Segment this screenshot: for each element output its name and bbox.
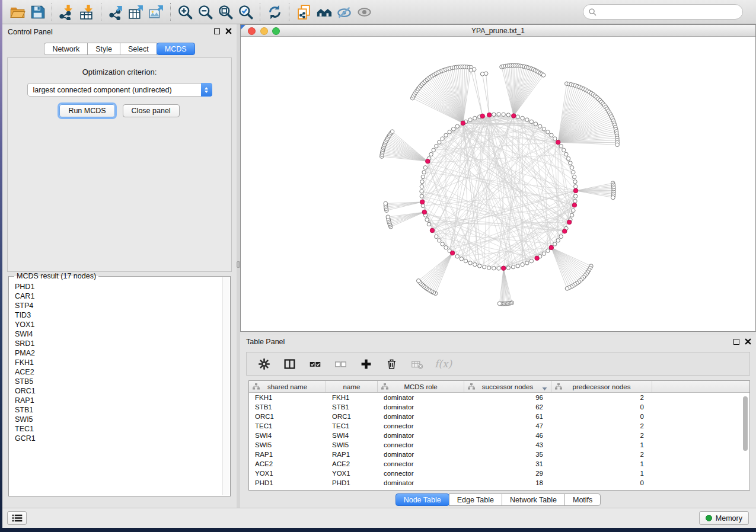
- main-toolbar: [2, 0, 756, 24]
- delete-column-button[interactable]: [384, 356, 399, 371]
- mcds-result-item[interactable]: STP4: [15, 301, 222, 310]
- delete-table-button[interactable]: [409, 356, 425, 371]
- tab-select[interactable]: Select: [120, 43, 157, 55]
- network-canvas[interactable]: [241, 37, 755, 331]
- tab-mcds[interactable]: MCDS: [157, 43, 195, 55]
- save-button[interactable]: [27, 2, 47, 21]
- open-file-button[interactable]: [7, 2, 27, 21]
- table-row[interactable]: STB1STB1dominator620: [249, 402, 749, 412]
- mcds-result-item[interactable]: TID3: [15, 310, 222, 320]
- export-table-button[interactable]: [126, 2, 146, 21]
- tab-node-table[interactable]: Node Table: [395, 493, 449, 506]
- table-panel: Table Panel: [240, 335, 756, 508]
- table-scrollbar[interactable]: [743, 394, 748, 488]
- show-columns-button[interactable]: [282, 356, 297, 371]
- table-scrollbar-thumb[interactable]: [743, 396, 748, 451]
- tab-edge-table[interactable]: Edge Table: [449, 493, 502, 506]
- mcds-result-item[interactable]: SRD1: [15, 339, 222, 348]
- mcds-result-item[interactable]: PHD1: [15, 282, 222, 291]
- copy-style-button[interactable]: [294, 2, 314, 21]
- toolbar-separator: [101, 3, 101, 21]
- table-row[interactable]: YOX1YOX1connector291: [249, 469, 749, 478]
- table-row[interactable]: ORC1ORC1dominator610: [249, 412, 749, 421]
- zoom-selected-icon: [238, 4, 254, 20]
- float-panel-icon[interactable]: [214, 28, 220, 34]
- hide-elements-button[interactable]: [334, 2, 354, 21]
- export-image-button[interactable]: [146, 2, 166, 21]
- select-all-button[interactable]: [307, 356, 323, 371]
- mcds-result-item[interactable]: SWI5: [15, 415, 222, 424]
- search-input[interactable]: [599, 8, 737, 16]
- network-window-titlebar[interactable]: YPA_prune.txt_1: [241, 25, 755, 37]
- float-panel-icon[interactable]: [733, 339, 739, 345]
- show-elements-button[interactable]: [354, 2, 374, 21]
- tree-icon: [253, 383, 260, 391]
- mcds-result-item[interactable]: ORC1: [15, 386, 222, 396]
- function-builder-button[interactable]: f(x): [435, 358, 452, 370]
- mcds-result-item[interactable]: FKH1: [15, 358, 222, 367]
- mcds-result-item[interactable]: SWI4: [15, 329, 222, 339]
- run-mcds-button[interactable]: Run MCDS: [59, 104, 114, 117]
- zoom-fit-button[interactable]: [215, 2, 235, 21]
- tab-style[interactable]: Style: [87, 43, 120, 55]
- column-header-filler: [652, 381, 749, 392]
- cell: dominator: [378, 478, 464, 488]
- criterion-select[interactable]: largest connected component (undirected): [27, 83, 212, 97]
- zoom-selected-button[interactable]: [235, 2, 256, 21]
- close-panel-icon[interactable]: [745, 338, 751, 345]
- close-panel-icon[interactable]: [225, 28, 232, 34]
- tab-network-table[interactable]: Network Table: [502, 493, 565, 506]
- cell: SWI5: [249, 440, 326, 450]
- cell: 62: [464, 402, 551, 412]
- tab-motifs[interactable]: Motifs: [564, 493, 601, 506]
- column-header-name[interactable]: name: [326, 381, 378, 392]
- table-row[interactable]: ACE2ACE2connector311: [249, 459, 749, 469]
- mcds-result-item[interactable]: STB1: [15, 405, 222, 415]
- deselect-all-button[interactable]: [333, 356, 348, 371]
- zoom-out-button[interactable]: [195, 2, 215, 21]
- home-view-button[interactable]: [314, 2, 334, 21]
- table-row[interactable]: PHD1PHD1dominator180: [249, 478, 749, 488]
- search-field[interactable]: [583, 4, 743, 20]
- mcds-list-scrollbar[interactable]: [222, 277, 229, 495]
- column-header-successor-nodes[interactable]: successor nodes: [464, 381, 551, 392]
- task-history-button[interactable]: [7, 511, 27, 525]
- table-row[interactable]: SWI5SWI5connector431: [249, 440, 749, 450]
- table-row[interactable]: FKH1FKH1dominator962: [249, 393, 749, 402]
- table-row[interactable]: TEC1TEC1connector472: [249, 421, 749, 431]
- mcds-result-item[interactable]: RAP1: [15, 396, 222, 405]
- close-panel-button[interactable]: Close panel: [123, 104, 180, 117]
- optimization-criterion-label: Optimization criterion:: [8, 68, 231, 76]
- window-close-icon[interactable]: [248, 27, 256, 35]
- export-network-button[interactable]: [106, 2, 126, 21]
- import-table-button[interactable]: [76, 2, 97, 21]
- column-header-MCDS-role[interactable]: MCDS role: [378, 381, 464, 392]
- mcds-result-item[interactable]: STB5: [15, 377, 222, 386]
- import-network-button[interactable]: [56, 2, 76, 21]
- table-row[interactable]: RAP1RAP1dominator352: [249, 450, 749, 459]
- export-network-icon: [108, 4, 124, 20]
- column-header-predecessor-nodes[interactable]: predecessor nodes: [551, 381, 652, 392]
- mcds-result-item[interactable]: PMA2: [15, 348, 222, 358]
- table-settings-button[interactable]: [256, 356, 272, 371]
- cell: SWI4: [249, 431, 326, 440]
- table-row[interactable]: SWI4SWI4dominator462: [249, 431, 749, 440]
- column-header-shared-name[interactable]: shared name: [249, 381, 326, 392]
- refresh-button[interactable]: [264, 2, 285, 21]
- add-column-button[interactable]: [358, 356, 374, 371]
- mcds-result-item[interactable]: YOX1: [15, 320, 222, 329]
- window-minimize-icon[interactable]: [260, 27, 268, 35]
- export-table-icon: [128, 4, 144, 20]
- mcds-result-item[interactable]: GCR1: [15, 434, 222, 443]
- cell: SWI5: [326, 440, 378, 450]
- mcds-result-item[interactable]: CAR1: [15, 291, 222, 301]
- control-panel: Control Panel NetworkStyleSelectMCDS Opt…: [2, 24, 237, 508]
- memory-button[interactable]: Memory: [699, 511, 749, 525]
- mcds-result-item[interactable]: ACE2: [15, 367, 222, 377]
- zoom-in-button[interactable]: [175, 2, 195, 21]
- tab-network[interactable]: Network: [44, 43, 88, 55]
- window-maximize-icon[interactable]: [272, 27, 280, 35]
- mcds-result-item[interactable]: TEC1: [15, 424, 222, 434]
- search-icon: [589, 8, 596, 16]
- cell: ACE2: [326, 459, 378, 469]
